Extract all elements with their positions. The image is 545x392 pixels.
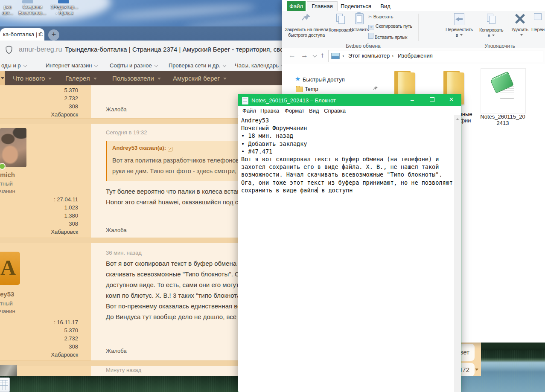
tab-close-icon[interactable]: × xyxy=(38,31,41,38)
ribbon-tab-view[interactable]: Вид xyxy=(375,1,396,11)
ribbon-tab-share[interactable]: Поделиться xyxy=(338,1,374,11)
chevron-down-icon xyxy=(23,64,26,67)
forum-nav-whats-new[interactable]: Что нового xyxy=(13,75,52,82)
minimize-button[interactable]: – xyxy=(402,94,422,106)
ribbon-tabs: Файл Главная Поделиться Вид xyxy=(282,0,545,11)
report-link[interactable]: Жалоба xyxy=(106,348,127,354)
chevron-down-icon xyxy=(223,64,226,67)
browser-tab[interactable]: ка-болталка | С × xyxy=(0,28,44,41)
menu-view[interactable]: Вид xyxy=(309,107,319,114)
site-security-shield-icon[interactable] xyxy=(5,45,13,55)
copy-icon xyxy=(336,14,345,24)
avatar[interactable] xyxy=(0,365,17,376)
copy-to-button[interactable]: Копировать в xyxy=(476,12,506,38)
breadcrumb-this-pc[interactable]: Этот компьютер xyxy=(348,52,390,59)
notepad-menu-bar: Файл Правка Формат Вид Справка xyxy=(238,106,461,116)
chevron-down-icon xyxy=(48,78,52,80)
ribbon-tab-home[interactable]: Главная xyxy=(307,1,338,12)
folder-icon xyxy=(296,87,303,92)
pictures-icon xyxy=(331,53,340,59)
bookmark-item[interactable]: Проверка сети и др. xyxy=(169,62,226,69)
address-bar[interactable]: › Этот компьютер › Изображения xyxy=(328,50,543,62)
pin-icon xyxy=(373,86,379,92)
post-user-title: тныйчанин xyxy=(0,180,15,195)
breadcrumb-separator: › xyxy=(342,52,344,59)
paste-icon xyxy=(355,13,364,24)
post-timestamp[interactable]: Сегодня в 19:32 xyxy=(106,129,147,136)
bookmark-item[interactable]: Софты и разное xyxy=(110,62,157,69)
file-item-notes[interactable] xyxy=(481,68,526,113)
notepad-title: Notes_260115_202413 – Блокнот xyxy=(251,97,336,104)
forum-nav-amur-bereg[interactable]: Амурский берег xyxy=(173,75,227,82)
chevron-down-icon xyxy=(157,78,161,80)
screen: ркаавт... СохраниВосстанов... 1Редактир.… xyxy=(0,0,545,392)
delete-icon xyxy=(514,13,525,24)
move-to-button[interactable]: Переместить в xyxy=(442,12,476,38)
maximize-button[interactable] xyxy=(422,94,442,106)
notepad-scrollbar[interactable] xyxy=(454,115,461,392)
delete-button[interactable]: Удалить xyxy=(509,12,530,38)
forward-icon[interactable]: → xyxy=(301,51,308,60)
quick-access-icon: ★ xyxy=(295,75,300,83)
report-link[interactable]: Жалоба xyxy=(106,227,127,233)
chevron-down-icon xyxy=(154,64,157,67)
scroll-up-icon[interactable] xyxy=(456,118,459,120)
chevron-down-icon xyxy=(94,64,98,67)
copy-path-button[interactable]: w Скопировать путь xyxy=(368,23,412,29)
desktop-icon[interactable] xyxy=(58,0,69,3)
post-user-stats: : 16.11.175.3702.732308Хабаровск xyxy=(17,318,78,359)
paste-shortcut-button[interactable]: Вставить ярлык xyxy=(368,33,407,40)
notepad-text-area[interactable]: Andrey53 Почетный Форумчанин • 18 мин. н… xyxy=(239,115,454,392)
pin-icon xyxy=(302,13,311,24)
report-link[interactable]: Жалоба xyxy=(106,106,127,113)
move-to-icon xyxy=(454,13,464,25)
file-label[interactable]: Notes_260115_202413 xyxy=(476,113,529,126)
bookmark-item[interactable]: Интернет магазин xyxy=(46,62,97,69)
close-button[interactable]: × xyxy=(442,94,461,106)
breadcrumb-pictures[interactable]: Изображения xyxy=(398,52,433,59)
desktop-icon[interactable] xyxy=(22,0,33,3)
post-timestamp[interactable]: 36 мин. назад xyxy=(106,250,142,256)
post-user-stats: : 27.04.111.0231.380308Хабаровск xyxy=(17,195,78,236)
page-title-text: Трынделка-болталка | Страница 2374 | Аму… xyxy=(65,46,283,53)
notepad-title-bar[interactable]: Notes_260115_202413 – Блокнот – × xyxy=(238,94,461,106)
forum-nav-gallery[interactable]: Галерея xyxy=(65,75,97,82)
cut-button[interactable]: ✂ Вырезать xyxy=(368,14,393,20)
paste-button[interactable]: Вставить xyxy=(349,12,370,32)
desktop-icon-label[interactable]: 1Редактир...- Ярлык xyxy=(46,4,83,16)
up-icon[interactable]: ↑ xyxy=(321,51,324,60)
post-username[interactable]: ey53 xyxy=(0,290,14,298)
menu-file[interactable]: Файл xyxy=(242,107,256,114)
menu-edit[interactable]: Правка xyxy=(260,107,279,114)
menu-help[interactable]: Справка xyxy=(324,107,346,114)
post-timestamp[interactable]: Минуту назад xyxy=(106,367,141,373)
breadcrumb-separator: › xyxy=(392,52,393,59)
chevron-down-icon xyxy=(93,78,97,80)
bookmark-item[interactable]: Часы, календарь xyxy=(235,62,284,69)
history-dropdown-icon[interactable] xyxy=(313,53,317,58)
ribbon: Закрепить на панели быстрого доступа Коп… xyxy=(282,11,545,48)
new-tab-button[interactable]: + xyxy=(48,29,59,41)
sidebar-quick-access[interactable]: Быстрый доступ xyxy=(303,76,345,83)
forum-nav-users[interactable]: Пользователи xyxy=(112,75,161,82)
post-username[interactable]: mich xyxy=(0,171,15,178)
bookmark-item[interactable]: оды и р xyxy=(1,62,26,69)
back-icon[interactable]: ← xyxy=(289,51,296,60)
forum-nav-active-item[interactable] xyxy=(0,71,5,85)
chevron-down-icon xyxy=(223,78,227,80)
pin-to-quick-access-button[interactable]: Закрепить на панели быстрого доступа xyxy=(282,12,331,38)
tab-title: ка-болталка | С xyxy=(3,31,43,38)
notepad-app-icon xyxy=(242,97,248,105)
sidebar-temp-folder[interactable]: Temp xyxy=(305,86,318,92)
url-text[interactable]: amur-bereg.ru xyxy=(19,46,62,53)
avatar-letter: A xyxy=(0,255,16,280)
desktop-icon-spreadsheet[interactable] xyxy=(0,377,10,392)
ribbon-tab-file[interactable]: Файл xyxy=(287,1,306,11)
avatar[interactable]: A xyxy=(0,252,20,285)
external-link-icon[interactable]: ↗ xyxy=(168,147,172,151)
menu-format[interactable]: Формат xyxy=(285,107,304,114)
page-dropdown-icon[interactable] xyxy=(475,369,478,371)
copy-to-icon xyxy=(487,14,495,24)
avatar[interactable] xyxy=(0,128,26,167)
rename-button[interactable]: Переи xyxy=(531,12,545,32)
